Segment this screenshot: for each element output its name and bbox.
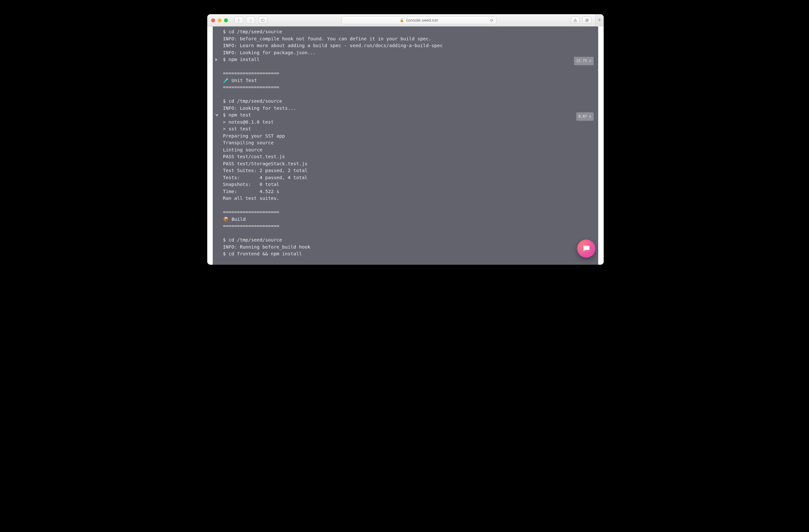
build-log-terminal: $ cd /tmp/seed/sourceINFO: before_compil… [213, 27, 598, 265]
log-line: INFO: Looking for package.json... [223, 49, 594, 56]
svg-rect-3 [586, 19, 588, 22]
log-text: Transpiling source [223, 139, 274, 147]
log-line: $ cd /tmp/seed/source [223, 29, 594, 35]
log-line: $ cd /tmp/seed/source [223, 98, 594, 105]
nav-back-button[interactable] [234, 16, 243, 24]
log-text: Time: 4.522 s [223, 188, 279, 195]
log-text: 📦 Build [223, 216, 246, 223]
window-controls [211, 18, 228, 22]
share-button[interactable] [571, 16, 580, 24]
log-line: Ran all test suites. [223, 195, 594, 202]
log-line [223, 202, 594, 209]
browser-window: 🔒 console.seed.run ⟳ + $ cd /tmp/seed/so… [207, 14, 604, 265]
log-text: $ cd /tmp/seed/source [223, 29, 282, 35]
log-line: ==================== [223, 223, 594, 230]
log-line [223, 63, 594, 70]
log-text: PASS test/StorageStack.test.js [223, 160, 308, 168]
address-text: console.seed.run [406, 18, 438, 22]
log-line [223, 91, 594, 98]
log-text: PASS test/cost.test.js [223, 153, 285, 160]
log-line: ==================== [223, 209, 594, 216]
log-line: PASS test/cost.test.js [223, 153, 594, 160]
log-text: INFO: Looking for tests... [223, 105, 296, 112]
log-text: 🧪 Unit Test [223, 77, 257, 84]
log-line: 🧪 Unit Test [223, 77, 594, 84]
log-line: INFO: Running before_build hook [223, 244, 594, 251]
minimize-window-button[interactable] [218, 18, 222, 22]
log-line: $ npm test8.87 s [223, 112, 594, 119]
log-line: $ cd /tmp/seed/source [223, 237, 594, 244]
log-text: ==================== [223, 209, 279, 216]
log-line: $ cd frontend && npm install [223, 251, 594, 258]
log-line: > sst test [223, 125, 594, 133]
log-text: Test Suites: 2 passed, 2 total [223, 167, 308, 174]
log-text: $ npm install [223, 56, 260, 63]
reload-icon[interactable]: ⟳ [490, 18, 494, 22]
chat-icon [582, 244, 590, 253]
log-text: ==================== [223, 84, 279, 91]
lock-icon: 🔒 [400, 18, 404, 22]
svg-rect-0 [261, 19, 264, 21]
log-line: Preparing your SST app [223, 133, 594, 140]
log-text: Linting source [223, 147, 262, 154]
log-text: Tests: 4 passed, 4 total [223, 174, 308, 182]
log-line: INFO: Looking for tests... [223, 105, 594, 112]
log-text: $ npm test [223, 112, 251, 119]
log-text: INFO: Running before_build hook [223, 244, 311, 251]
log-line: Tests: 4 passed, 4 total [223, 174, 594, 182]
log-line: > notes@0.1.0 test [223, 119, 594, 126]
browser-titlebar: 🔒 console.seed.run ⟳ + [207, 14, 604, 27]
log-text: > sst test [223, 125, 251, 133]
log-line: Test Suites: 2 passed, 2 total [223, 167, 594, 174]
log-line: Snapshots: 0 total [223, 181, 594, 188]
fold-expanded-icon[interactable] [215, 114, 219, 117]
new-tab-button[interactable]: + [595, 14, 604, 27]
log-text: INFO: before_compile hook not found. You… [223, 35, 432, 42]
log-line: Linting source [223, 147, 594, 154]
log-text: $ cd /tmp/seed/source [223, 237, 282, 244]
log-text: Ran all test suites. [223, 195, 279, 202]
log-line: INFO: before_compile hook not found. You… [223, 35, 594, 42]
log-text: $ cd frontend && npm install [223, 251, 302, 258]
log-text: Preparing your SST app [223, 133, 285, 140]
sidebar-toggle-button[interactable] [258, 16, 267, 24]
log-text: ==================== [223, 223, 279, 230]
fold-collapsed-icon[interactable] [215, 58, 218, 61]
log-text: INFO: Learn more about adding a build sp… [223, 42, 443, 49]
page-content: $ cd /tmp/seed/sourceINFO: before_compil… [207, 27, 604, 265]
tabs-overview-button[interactable] [582, 16, 591, 24]
log-line: $ npm install25.75 s [223, 56, 594, 63]
log-line: PASS test/StorageStack.test.js [223, 160, 594, 168]
log-line: ==================== [223, 84, 594, 91]
fullscreen-window-button[interactable] [224, 18, 228, 22]
log-line: ==================== [223, 70, 594, 77]
log-text: Snapshots: 0 total [223, 181, 279, 188]
log-text: $ cd /tmp/seed/source [223, 98, 282, 105]
log-text: ==================== [223, 70, 279, 77]
log-text: INFO: Looking for package.json... [223, 49, 316, 56]
log-line: INFO: Learn more about adding a build sp… [223, 42, 594, 49]
nav-forward-button[interactable] [246, 16, 255, 24]
log-line: Time: 4.522 s [223, 188, 594, 195]
svg-rect-4 [586, 19, 588, 21]
log-text: > notes@0.1.0 test [223, 119, 274, 126]
log-line: Transpiling source [223, 139, 594, 147]
close-window-button[interactable] [211, 18, 215, 22]
chat-support-button[interactable] [577, 240, 595, 258]
log-line: 📦 Build [223, 216, 594, 223]
address-bar[interactable]: 🔒 console.seed.run ⟳ [342, 16, 497, 24]
log-line [223, 230, 594, 237]
